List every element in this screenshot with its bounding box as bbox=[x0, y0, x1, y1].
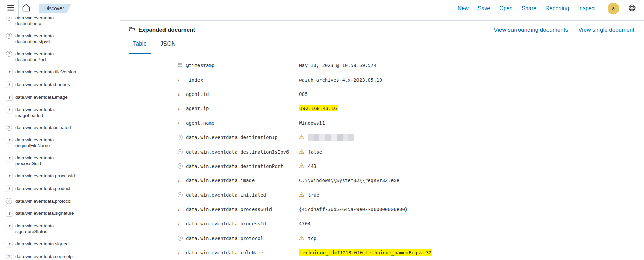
field-value: tcp bbox=[308, 236, 316, 241]
sidebar-field-item[interactable]: tdata.win.eventdata.signed bbox=[6, 241, 117, 247]
doc-table-row: tagent.ip192.168.43.16 bbox=[178, 101, 637, 116]
field-value-cell: 4704 bbox=[299, 221, 311, 226]
sidebar-field-label: data.win.eventdata.signed bbox=[15, 241, 69, 247]
sidebar-field-item[interactable]: tdata.win.eventdata.hashes bbox=[6, 82, 117, 88]
sidebar-field-label: data.win.eventdata.processGuid bbox=[15, 155, 55, 167]
sidebar-field-label: data.win.eventdata.originalFileName bbox=[15, 137, 55, 149]
sidebar-field-label: data.win.eventdata.image bbox=[15, 94, 68, 100]
tab-json[interactable]: JSON bbox=[156, 34, 180, 54]
field-value: technique_id=T1218.010,technique_name=Re… bbox=[299, 249, 432, 256]
nav-link-open[interactable]: Open bbox=[499, 5, 512, 12]
sidebar-field-item[interactable]: tdata.win.eventdata.imageLoaded bbox=[6, 107, 117, 118]
sidebar-field-item[interactable]: tdata.win.eventdata.signature bbox=[6, 210, 117, 216]
redacted-value bbox=[308, 134, 354, 141]
sidebar-field-label: data.win.eventdata.fileVersion bbox=[15, 69, 76, 75]
text-field-icon: t bbox=[6, 107, 12, 113]
sidebar-field-item[interactable]: ?data.win.eventdata.destinationPort bbox=[6, 51, 117, 63]
avatar-initial: a bbox=[612, 5, 615, 11]
doc-table-row: tdata.win.eventdata.imageC:\\Windows\\Sy… bbox=[178, 173, 637, 188]
nav-link-share[interactable]: Share bbox=[522, 5, 536, 12]
text-field-icon: t bbox=[6, 223, 12, 229]
field-name: data.win.eventdata.destinationPort bbox=[186, 163, 299, 169]
nav-divider bbox=[603, 0, 603, 17]
home-button[interactable] bbox=[19, 0, 34, 17]
field-name: data.win.eventdata.protocol bbox=[186, 236, 299, 241]
warning-icon bbox=[299, 235, 304, 241]
view-surrounding-documents-link[interactable]: View surrounding documents bbox=[494, 27, 568, 33]
sidebar-field-item[interactable]: tdata.win.eventdata.fileVersion bbox=[6, 69, 117, 75]
document-table: @timestampMay 10, 2023 @ 10:58:59.574t_i… bbox=[120, 54, 644, 260]
text-field-icon: t bbox=[178, 77, 186, 82]
sidebar-field-label: data.win.eventdata.initiated bbox=[15, 125, 71, 131]
field-value: 443 bbox=[308, 163, 316, 169]
field-value-cell: tcp bbox=[299, 235, 316, 241]
sidebar-field-item[interactable]: tdata.win.eventdata.processId bbox=[6, 173, 117, 179]
sidebar-field-item[interactable]: tdata.win.eventdata.image bbox=[6, 94, 117, 100]
avatar[interactable]: a bbox=[608, 3, 619, 14]
field-name: data.win.eventdata.processId bbox=[186, 221, 299, 226]
field-value: wazuh-archives-4.x-2023.05.10 bbox=[299, 77, 382, 83]
nav-link-inspect[interactable]: Inspect bbox=[578, 5, 596, 12]
sidebar-field-item[interactable]: tdata.win.eventdata.signatureStatus bbox=[6, 223, 117, 235]
fields-sidebar: ?data.win.eventdata.destinationIp?data.w… bbox=[0, 17, 120, 260]
field-list: ?data.win.eventdata.destinationIp?data.w… bbox=[6, 17, 117, 259]
text-field-icon: t bbox=[6, 94, 12, 100]
panel-title: Expanded document bbox=[129, 26, 195, 34]
sidebar-field-label: data.win.eventdata.signature bbox=[15, 210, 74, 216]
breadcrumb-discover[interactable]: Discover bbox=[39, 4, 71, 13]
sidebar-field-item[interactable]: tdata.win.eventdata.product bbox=[6, 186, 117, 192]
question-field-icon: ? bbox=[6, 198, 12, 204]
view-single-document-link[interactable]: View single document bbox=[578, 27, 634, 33]
field-value-cell: 443 bbox=[299, 163, 316, 169]
field-value: Windows11 bbox=[299, 120, 325, 126]
doc-table-row: tdata.win.eventdata.processId4704 bbox=[178, 216, 637, 231]
field-value-cell: wazuh-archives-4.x-2023.05.10 bbox=[299, 77, 382, 83]
sidebar-field-item[interactable]: ?data.win.eventdata.destinationIp bbox=[6, 17, 117, 27]
nav-link-save[interactable]: Save bbox=[478, 5, 490, 12]
text-field-icon: t bbox=[6, 155, 12, 161]
sidebar-field-item[interactable]: tdata.win.eventdata.originalFileName bbox=[6, 137, 117, 149]
sidebar-field-label: data.win.eventdata.sourceIp bbox=[15, 254, 73, 259]
sidebar-field-label: data.win.eventdata.signatureStatus bbox=[15, 223, 55, 235]
nav-left-group: Discover bbox=[3, 0, 71, 17]
sidebar-field-label: data.win.eventdata.destinationIp bbox=[15, 17, 55, 27]
sidebar-field-item[interactable]: ?data.win.eventdata.protocol bbox=[6, 198, 117, 204]
field-value-cell: 192.168.43.16 bbox=[299, 105, 338, 111]
tabs: TableJSON bbox=[129, 34, 644, 54]
field-name: data.win.eventdata.image bbox=[186, 178, 299, 183]
sidebar-field-label: data.win.eventdata.protocol bbox=[15, 198, 71, 204]
top-navigation-bar: Discover NewSaveOpenShareReportingInspec… bbox=[0, 0, 644, 17]
sidebar-field-item[interactable]: tdata.win.eventdata.processGuid bbox=[6, 155, 117, 167]
folder-open-icon bbox=[129, 26, 135, 34]
tab-table[interactable]: Table bbox=[129, 34, 151, 54]
doc-table-row: tagent.id005 bbox=[178, 87, 637, 101]
text-field-icon: t bbox=[178, 106, 186, 111]
menu-button[interactable] bbox=[3, 0, 18, 17]
question-field-icon: ? bbox=[6, 17, 12, 21]
sidebar-field-label: data.win.eventdata.destinationPort bbox=[15, 51, 55, 63]
doc-table-row: tagent.nameWindows11 bbox=[178, 116, 637, 130]
home-icon bbox=[22, 4, 30, 13]
question-field-icon: ? bbox=[178, 163, 186, 169]
question-field-icon: ? bbox=[178, 135, 186, 140]
field-name: agent.id bbox=[186, 91, 299, 97]
nav-link-reporting[interactable]: Reporting bbox=[545, 5, 569, 12]
sidebar-field-item[interactable]: ?data.win.eventdata.destinationIsIpv6 bbox=[6, 33, 117, 45]
field-name: _index bbox=[186, 77, 299, 83]
field-value: 005 bbox=[299, 91, 308, 97]
field-name: data.win.eventdata.ruleName bbox=[186, 250, 299, 255]
life-ring-icon bbox=[628, 4, 636, 13]
doc-table-row: ?data.win.eventdata.destinationIp bbox=[178, 130, 637, 144]
doc-table-row: ?data.win.eventdata.protocoltcp bbox=[178, 231, 637, 245]
text-field-icon: t bbox=[178, 91, 186, 97]
field-value-cell: technique_id=T1218.010,technique_name=Re… bbox=[299, 249, 432, 256]
nav-link-new[interactable]: New bbox=[458, 5, 469, 12]
sidebar-field-item[interactable]: ?data.win.eventdata.sourceIp bbox=[6, 254, 117, 259]
hamburger-icon bbox=[7, 4, 15, 13]
text-field-icon: t bbox=[6, 69, 12, 75]
panel-actions: View surrounding documents View single d… bbox=[494, 27, 634, 33]
nav-right-group: NewSaveOpenShareReportingInspect a bbox=[458, 0, 640, 17]
sidebar-field-item[interactable]: ?data.win.eventdata.initiated bbox=[6, 125, 117, 131]
help-button[interactable] bbox=[624, 0, 640, 17]
text-field-icon: t bbox=[6, 210, 12, 216]
